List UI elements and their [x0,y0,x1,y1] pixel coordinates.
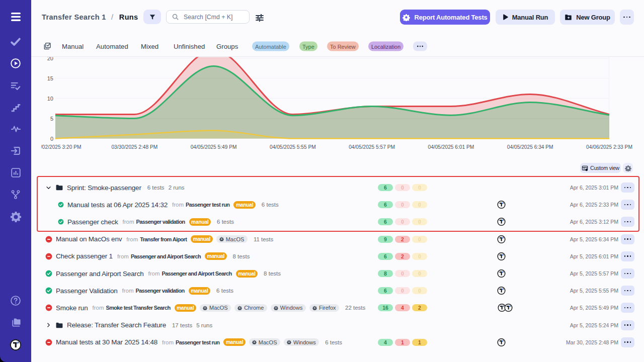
svg-text:04/06/2025 2:33 PM: 04/06/2025 2:33 PM [586,144,632,150]
svg-text:10: 10 [47,96,53,102]
svg-text:04/05/2025 5:49 PM: 04/05/2025 5:49 PM [191,144,237,150]
svg-text:04/05/2025 5:55 PM: 04/05/2025 5:55 PM [270,144,316,150]
svg-text:0: 0 [50,136,53,142]
svg-text:04/05/2025 6:01 PM: 04/05/2025 6:01 PM [428,144,474,150]
svg-text:5: 5 [50,116,53,122]
svg-text:04/05/2025 5:57 PM: 04/05/2025 5:57 PM [349,144,395,150]
svg-text:15: 15 [47,75,53,81]
svg-text:04/05/2025 6:34 PM: 04/05/2025 6:34 PM [507,144,553,150]
svg-text:03/30/2025 2:48 PM: 03/30/2025 2:48 PM [111,144,157,150]
svg-text:/02/2025 3:20 PM: /02/2025 3:20 PM [41,144,81,150]
